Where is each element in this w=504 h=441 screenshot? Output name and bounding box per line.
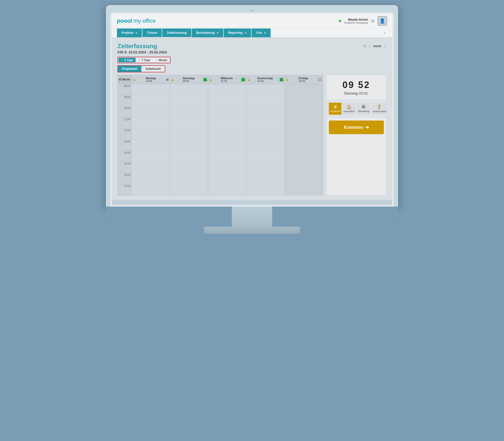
nav-buchhaltung-label: Buchhaltung: [196, 31, 215, 35]
monitor-stand: [106, 207, 398, 234]
cal-body: 08:00 09:00 10:00 11:00 12:00 13:00 14:0…: [118, 84, 323, 195]
week-label: 🗓 Woche: [119, 78, 130, 81]
day-name-freitag: Freitag: [299, 77, 308, 80]
day-date-mittwoch: 21.02.: [221, 80, 233, 82]
main-content: Zeiterfassung KW 8: 19.02.2024 - 25.02.2…: [112, 38, 392, 200]
cal-header-freitag: 🔒 Freitag 23.02.: [285, 75, 323, 84]
work-type-arbeitszeit[interactable]: 🖥 Arbeitszeit: [329, 103, 341, 115]
nav-reporting-icon: ≡: [244, 31, 246, 35]
cal-col-montag[interactable]: [132, 84, 170, 195]
nav-bar: Projekte ≡ Tickets Zeiterfassung Buchhal…: [112, 28, 392, 38]
nav-crm-icon: ≡: [264, 31, 266, 35]
gear-icon[interactable]: ⚙: [371, 19, 374, 23]
screen: poool my office Wanda Schuh Grafische Ge…: [112, 14, 392, 205]
day-date-donnerstag: 22.02.: [257, 80, 273, 82]
app-header: poool my office Wanda Schuh Grafische Ge…: [112, 14, 392, 28]
cal-col-dienstag[interactable]: [170, 84, 208, 195]
time-display: 09 52 Dienstag 20.02.: [326, 75, 386, 100]
day-date-montag: 19.02.: [146, 80, 156, 82]
cal-col-freitag[interactable]: [285, 84, 323, 195]
nav-reporting-label: Reporting: [228, 31, 243, 35]
user-name: Wanda Schuh: [344, 18, 368, 21]
work-type-buttons: 🖥 Arbeitszeit 🏠 Homeoffice 🏛 Dienstgang: [329, 103, 384, 115]
cal-time-column: 08:00 09:00 10:00 11:00 12:00 13:00 14:0…: [118, 84, 132, 195]
bottom-area: [106, 207, 398, 234]
expand-montag[interactable]: ⊞: [166, 78, 169, 81]
lock-freitag: 🔒: [286, 78, 289, 81]
cal-col-donnerstag[interactable]: [246, 84, 285, 195]
nav-more-arrow[interactable]: ›: [382, 28, 387, 38]
nav-tickets[interactable]: Tickets: [142, 28, 162, 37]
nav-buchhaltung-icon: ≡: [217, 31, 219, 35]
page-subtitle: KW 8: 19.02.2024 - 25.02.2024: [117, 50, 167, 54]
day-name-donnerstag: Donnerstag: [257, 77, 273, 80]
online-dot: [339, 20, 341, 22]
time-1000: 10:00: [118, 106, 131, 117]
kommen-button[interactable]: Kommen ➔: [329, 121, 384, 134]
page-title-area: Zeiterfassung KW 8: 19.02.2024 - 25.02.2…: [117, 43, 167, 54]
time-1300: 13:00: [118, 140, 131, 151]
page-nav: ⚙ ‹ heute ›: [363, 44, 387, 49]
nav-tickets-label: Tickets: [147, 31, 157, 35]
view-monat-btn[interactable]: → Monat: [153, 58, 169, 62]
day-date-freitag: 23.02.: [299, 80, 308, 82]
time-date: Dienstag 20.02.: [331, 91, 382, 95]
next-week-btn[interactable]: ›: [383, 44, 387, 49]
arbeitszeit-icon: 🖥: [333, 105, 337, 109]
work-type-homeoffice[interactable]: 🏠 Homeoffice: [342, 103, 356, 115]
cal-header-montag: 🔒 Montag 19.02. ⊞: [132, 75, 170, 84]
color-dienstag: [203, 78, 207, 81]
color-donnerstag: [280, 78, 283, 81]
cal-header-dienstag: 🔒 Dienstag 20.02.: [170, 75, 208, 84]
arbeitszeit-label: Arbeitszeit: [330, 110, 340, 112]
day-name-dienstag: Dienstag: [183, 77, 194, 80]
time-1600: 16:00: [118, 173, 131, 184]
camera-dot: [251, 10, 253, 12]
nav-projekte[interactable]: Projekte ≡: [117, 28, 142, 37]
cal-col-mittwoch[interactable]: [208, 84, 246, 195]
cal-header: 🗓 Woche 🔒 Montag 19.02. ⊞: [118, 75, 323, 84]
view-buttons-container: → 5 Tage → 7 Tage → Monat: [117, 57, 171, 63]
time-1500: 15:00: [118, 162, 131, 173]
color-freitag: [318, 78, 322, 81]
monitor-bottom: [112, 200, 392, 205]
nav-crm[interactable]: Crm ≡: [251, 28, 271, 37]
day-name-montag: Montag: [146, 77, 156, 80]
tab-arbeitszeit[interactable]: Arbeitszeit: [141, 66, 165, 72]
nav-buchhaltung[interactable]: Buchhaltung ≡: [192, 28, 223, 37]
tab-projektzeit[interactable]: Projektzeit: [118, 66, 141, 72]
calendar-grid: 🗓 Woche 🔒 Montag 19.02. ⊞: [117, 75, 323, 195]
kommen-label: Kommen: [344, 125, 363, 130]
time-1100: 11:00: [118, 117, 131, 129]
right-panel: 09 52 Dienstag 20.02. 🖥 Arbeitszeit 🏠: [326, 75, 387, 195]
work-type-sonderurlaub[interactable]: 🧍 Sonderurlaub: [371, 103, 387, 115]
dienstgang-label: Dienstgang: [358, 110, 369, 112]
time-clock: 09 52: [331, 80, 382, 90]
user-info: Wanda Schuh Grafische Gestaltung: [344, 18, 368, 24]
avatar-icon: 👤: [380, 18, 385, 24]
nav-zeiterfassung[interactable]: Zeiterfassung: [162, 28, 191, 37]
header-right: Wanda Schuh Grafische Gestaltung ⚙ 👤: [339, 16, 387, 26]
cal-header-mittwoch: 🔒 Mittwoch 21.02.: [208, 75, 246, 84]
work-type-dienstgang[interactable]: 🏛 Dienstgang: [357, 103, 370, 115]
work-type-panel: 🖥 Arbeitszeit 🏠 Homeoffice 🏛 Dienstgang: [326, 100, 386, 117]
cal-week-cell: 🗓 Woche: [118, 75, 132, 84]
kommen-arrow-icon: ➔: [365, 125, 369, 130]
monitor-shell: poool my office Wanda Schuh Grafische Ge…: [106, 5, 398, 207]
nav-reporting[interactable]: Reporting ≡: [224, 28, 251, 37]
lock-montag: 🔒: [133, 78, 136, 81]
view-7tage-btn[interactable]: → 7 Tage: [136, 58, 153, 62]
calendar-area: 🗓 Woche 🔒 Montag 19.02. ⊞: [117, 75, 387, 195]
prev-week-btn[interactable]: ‹: [368, 44, 371, 49]
day-name-mittwoch: Mittwoch: [221, 77, 233, 80]
time-1400: 14:00: [118, 151, 131, 162]
lock-donnerstag: 🔒: [247, 78, 250, 81]
tabs-container: Projektzeit Arbeitszeit: [117, 65, 387, 72]
view-5tage-btn[interactable]: → 5 Tage: [118, 58, 136, 62]
page-header: Zeiterfassung KW 8: 19.02.2024 - 25.02.2…: [117, 43, 387, 54]
today-btn[interactable]: heute: [373, 44, 381, 48]
cal-header-donnerstag: 🔒 Donnerstag 22.02.: [246, 75, 285, 84]
settings-icon[interactable]: ⚙: [363, 44, 366, 48]
stand-neck: [232, 207, 272, 227]
nav-projekte-icon: ≡: [135, 31, 137, 35]
